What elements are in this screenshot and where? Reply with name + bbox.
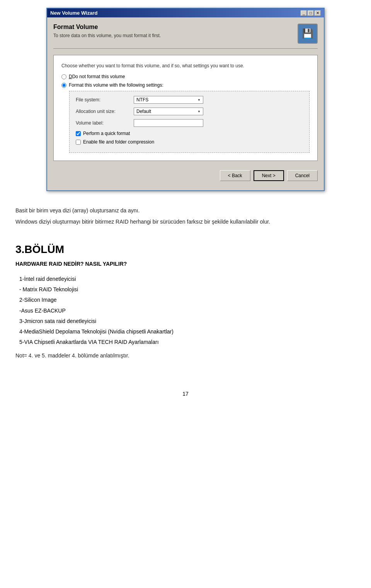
paragraph-2: Windows diziyi oluşturmayı bitirir bitir… — [15, 218, 356, 226]
allocation-select[interactable]: Default ▼ — [134, 108, 203, 115]
compression-checkbox[interactable] — [76, 140, 81, 145]
radio-no-format[interactable]: DDo not format this volume — [61, 74, 310, 79]
disk-icon: 💾 — [302, 28, 313, 39]
format-settings-box: File system: NTFS ▼ Allocation unit size… — [69, 91, 310, 153]
radio-no-format-label: DDo not format this volume — [69, 74, 125, 79]
quick-format-checkbox[interactable] — [76, 131, 81, 136]
next-button[interactable]: Next > — [254, 170, 284, 181]
maximize-button[interactable]: □ — [308, 10, 314, 16]
wizard-content: Choose whether you want to format this v… — [53, 55, 318, 161]
wizard-header: Format Volume To store data on this volu… — [53, 24, 318, 49]
cancel-button[interactable]: Cancel — [287, 170, 318, 181]
compression-option[interactable]: Enable file and folder compression — [76, 139, 303, 145]
list-item: 5-VIA Chipsetli Anakartlarda VIA TECH RA… — [19, 337, 356, 347]
volume-label-input[interactable] — [134, 119, 203, 127]
page-content: Basit bir birim veya dizi (array) oluştu… — [0, 199, 371, 368]
file-system-label: File system: — [76, 97, 134, 103]
list-item: -Asus EZ-BACKUP — [19, 306, 356, 316]
list-content: 1-İntel raid denetleyicisi - Matrix RAID… — [19, 274, 356, 347]
close-button[interactable]: ✕ — [315, 10, 321, 16]
wizard-title: New Volume Wizard — [50, 10, 97, 16]
radio-no-format-input[interactable] — [61, 74, 66, 79]
file-system-arrow: ▼ — [197, 98, 201, 102]
wizard-titlebar: New Volume Wizard _ □ ✕ — [47, 9, 324, 17]
wizard-icon: 💾 — [298, 24, 318, 44]
section-heading: HARDWARE RAID NEDİR? NASIL YAPILIR? — [15, 260, 356, 268]
allocation-label: Allocation unit size: — [76, 109, 134, 114]
quick-format-option[interactable]: Perform a quick format — [76, 131, 303, 136]
allocation-value: Default — [136, 109, 151, 114]
page-number: 17 — [0, 391, 371, 397]
content-intro: Choose whether you want to format this v… — [61, 63, 310, 68]
radio-do-format[interactable]: Format this volume with the following se… — [61, 82, 310, 88]
list-item: - Matrix RAID Teknolojisi — [19, 285, 356, 294]
paragraph-1: Basit bir birim veya dizi (array) oluştu… — [15, 207, 356, 215]
minimize-button[interactable]: _ — [301, 10, 307, 16]
list-item: 1-İntel raid denetleyicisi — [19, 274, 356, 284]
radio-do-format-input[interactable] — [61, 83, 66, 88]
volume-label-row: Volume label: — [76, 119, 303, 127]
wizard-body: Format Volume To store data on this volu… — [47, 17, 324, 190]
chapter-heading: 3.BÖLÜM — [15, 241, 356, 258]
titlebar-buttons: _ □ ✕ — [301, 10, 321, 16]
wizard-description: To store data on this volume, you must f… — [53, 33, 161, 38]
compression-label: Enable file and folder compression — [83, 139, 154, 145]
wizard-dialog: New Volume Wizard _ □ ✕ Format Volume To… — [46, 8, 325, 191]
wizard-heading: Format Volume — [53, 24, 161, 31]
list-item: 2-Silicon Image — [19, 295, 356, 305]
quick-format-label: Perform a quick format — [83, 131, 130, 136]
allocation-arrow: ▼ — [197, 110, 201, 113]
wizard-header-text: Format Volume To store data on this volu… — [53, 24, 161, 38]
radio-do-format-label: Format this volume with the following se… — [69, 82, 163, 88]
wizard-buttons: < Back Next > Cancel — [53, 167, 318, 184]
volume-label-label: Volume label: — [76, 120, 134, 126]
back-button[interactable]: < Back — [220, 170, 250, 181]
note-text: Not= 4. ve 5. maddeler 4. bölümde anlatı… — [15, 352, 356, 360]
allocation-row: Allocation unit size: Default ▼ — [76, 108, 303, 115]
list-item: 3-Jmicron sata raid denetleyicisi — [19, 316, 356, 326]
file-system-value: NTFS — [136, 97, 148, 103]
file-system-row: File system: NTFS ▼ — [76, 96, 303, 104]
file-system-select[interactable]: NTFS ▼ — [134, 96, 203, 104]
list-item: 4-MediaShield Depolama Teknolojisi (Nvid… — [19, 327, 356, 337]
